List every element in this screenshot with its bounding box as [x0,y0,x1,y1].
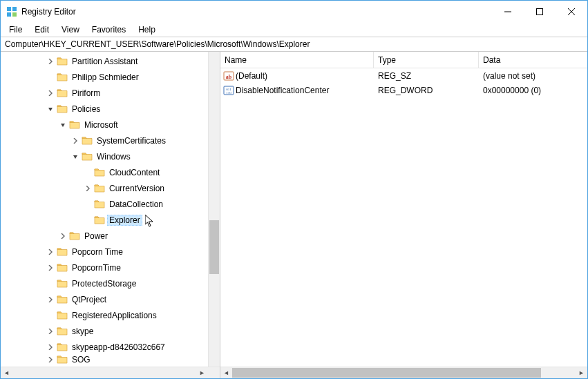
value-type: REG_DWORD [374,86,479,95]
column-header-name[interactable]: Name [220,52,374,68]
scrollbar-track[interactable] [12,367,196,378]
column-header-data[interactable]: Data [479,52,587,68]
tree-item-label: Explorer [107,215,142,226]
expand-icon[interactable] [45,246,56,257]
tree-item-label: DataCollection [107,199,165,210]
expand-icon[interactable] [57,231,68,242]
value-data: (value not set) [479,71,587,81]
tree-item[interactable]: Policies [1,101,208,117]
window-controls [492,1,587,23]
svg-rect-5 [537,9,543,15]
scroll-left-arrow[interactable]: ◄ [220,367,232,378]
list-row[interactable]: ab(Default)REG_SZ(value not set) [220,68,587,83]
tree-view[interactable]: Partition AssistantPhilipp SchmiederPiri… [1,52,208,367]
column-header-type[interactable]: Type [374,52,479,68]
svg-rect-3 [12,12,17,17]
tree-item-label: ProtectedStorage [70,278,138,289]
tree-item[interactable]: skypeapp-d8426032c667 [1,339,208,355]
collapse-icon[interactable] [57,119,68,130]
titlebar[interactable]: Registry Editor [1,1,587,23]
expand-icon[interactable] [45,294,56,305]
expand-icon[interactable] [45,326,56,337]
tree-vertical-scrollbar[interactable] [208,52,220,367]
expand-icon[interactable] [45,56,56,67]
scroll-right-arrow[interactable]: ► [576,367,587,378]
tree-item-label: skypeapp-d8426032c667 [70,342,167,353]
tree-item-label: RegisteredApplications [70,310,159,321]
tree-item[interactable]: Piriform [1,85,208,101]
tree-pane: Partition AssistantPhilipp SchmiederPiri… [1,52,220,378]
expand-icon[interactable] [70,135,81,146]
expander-spacer [45,310,56,321]
collapse-icon[interactable] [70,151,81,162]
tree-horizontal-scrollbar[interactable]: ◄ ► [1,367,220,378]
tree-item-label: QtProject [70,294,108,305]
scrollbar-track[interactable] [232,367,576,378]
tree-item-label: CloudContent [107,167,162,178]
tree-item[interactable]: SOG [1,355,208,364]
tree-item-label: SystemCertificates [95,135,168,146]
tree-item[interactable]: skype [1,323,208,339]
expander-spacer [82,199,93,210]
tree-item-label: PopcornTime [70,262,123,273]
close-button[interactable] [556,1,587,23]
value-data: 0x00000000 (0) [479,86,587,95]
tree-item-label: CurrentVersion [107,183,167,194]
svg-rect-1 [12,7,17,11]
tree-item[interactable]: Power [1,228,208,244]
tree-item[interactable]: ProtectedStorage [1,275,208,291]
regedit-app-icon [6,6,17,17]
expand-icon[interactable] [45,262,56,273]
content-area: Partition AssistantPhilipp SchmiederPiri… [1,52,587,378]
scroll-left-arrow[interactable]: ◄ [1,367,12,378]
tree-item[interactable]: Partition Assistant [1,53,208,69]
list-pane: Name Type Data ab(Default)REG_SZ(value n… [220,52,587,378]
expander-spacer [82,167,93,178]
expander-spacer [45,278,56,289]
tree-item-label: Piriform [70,88,102,99]
tree-item[interactable]: SystemCertificates [1,133,208,148]
tree-item[interactable]: DataCollection [1,196,208,212]
menu-edit[interactable]: Edit [29,24,55,35]
tree-item-label: Policies [70,104,102,115]
expand-icon[interactable] [82,183,93,194]
tree-item-label: SOG [70,354,93,365]
menu-view[interactable]: View [56,24,85,35]
menu-favorites[interactable]: Favorites [86,24,131,35]
scroll-right-arrow[interactable]: ► [196,367,208,378]
menubar: File Edit View Favorites Help [1,23,587,37]
scrollbar-thumb[interactable] [209,220,219,274]
tree-item[interactable]: QtProject [1,291,208,307]
tree-item-label: skype [70,326,95,337]
tree-item-label: Partition Assistant [70,56,140,67]
svg-text:ab: ab [226,74,232,80]
value-name: DisableNotificationCenter [236,86,329,95]
tree-item[interactable]: Popcorn Time [1,244,208,260]
tree-item[interactable]: Explorer [1,212,208,228]
expand-icon[interactable] [45,354,56,365]
list-horizontal-scrollbar[interactable]: ◄ ► [220,367,587,378]
menu-help[interactable]: Help [133,24,161,35]
tree-item[interactable]: CurrentVersion [1,180,208,196]
list-view[interactable]: ab(Default)REG_SZ(value not set)011110Di… [220,68,587,367]
collapse-icon[interactable] [45,104,56,115]
tree-item[interactable]: PopcornTime [1,260,208,275]
tree-item[interactable]: CloudContent [1,164,208,180]
expand-icon[interactable] [45,342,56,353]
maximize-button[interactable] [524,1,556,23]
tree-item-label: Windows [95,151,133,162]
scrollbar-thumb[interactable] [232,368,541,378]
tree-item[interactable]: RegisteredApplications [1,307,208,323]
list-row[interactable]: 011110DisableNotificationCenterREG_DWORD… [220,83,587,97]
tree-item-label: Philipp Schmieder [70,72,141,83]
expander-spacer [45,72,56,83]
address-bar[interactable]: Computer\HKEY_CURRENT_USER\Software\Poli… [1,37,587,52]
tree-item[interactable]: Microsoft [1,117,208,133]
minimize-button[interactable] [492,1,524,23]
expand-icon[interactable] [45,88,56,99]
tree-item[interactable]: Philipp Schmieder [1,69,208,85]
menu-file[interactable]: File [3,24,28,35]
tree-item[interactable]: Windows [1,148,208,164]
value-type: REG_SZ [374,71,479,81]
svg-text:110: 110 [226,91,231,95]
